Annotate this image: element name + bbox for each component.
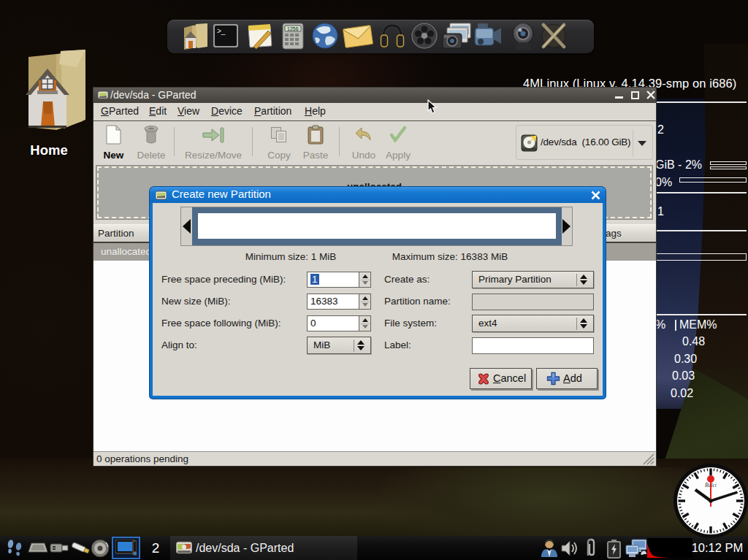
- svg-text:>_: >_: [217, 27, 226, 35]
- svg-text:1256: 1256: [287, 26, 299, 31]
